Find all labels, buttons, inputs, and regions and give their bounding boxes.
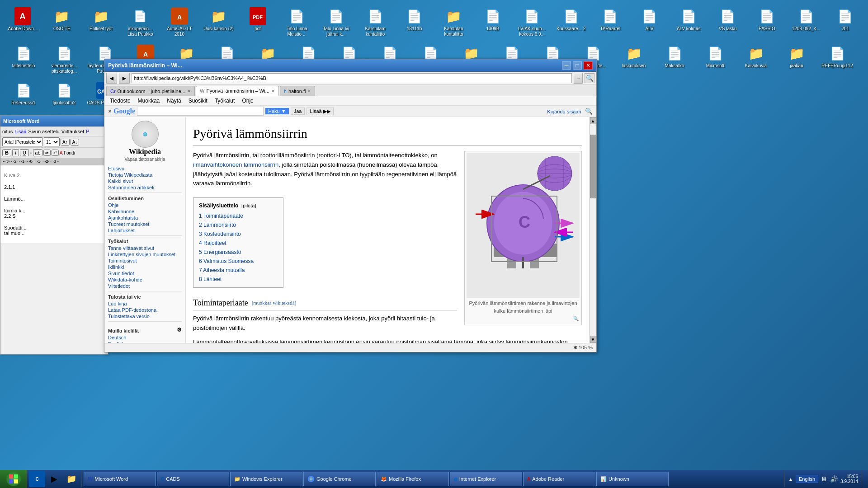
desktop-icon-pdf[interactable]: PDF pdf xyxy=(239,5,277,39)
toc-item-7[interactable]: 7 Aiheesta muualla xyxy=(199,266,278,275)
google-more-btn[interactable]: Lisää ▶▶ xyxy=(307,108,333,115)
show-desktop-btn[interactable] xyxy=(861,471,864,487)
google-share-btn[interactable]: Jaa xyxy=(291,108,305,115)
browser-maximize-btn[interactable]: □ xyxy=(573,61,582,70)
taskbar-program-cads[interactable]: C CADS xyxy=(157,472,229,486)
wiki-link-toimintosivut[interactable]: Toimintosivut xyxy=(108,258,182,264)
tab-wikipedia-close[interactable]: ✕ xyxy=(271,89,275,94)
font-grow-btn[interactable]: A↑ xyxy=(61,139,70,145)
tab-halton[interactable]: h halton.fi ✕ xyxy=(280,86,316,96)
desktop-icon-lviak[interactable]: 📄 LVIAK-suun... kokous 6.9... xyxy=(513,5,551,39)
desktop-icon-viemareide[interactable]: 📄 viemäreide... pitskatalog... xyxy=(44,42,84,76)
systray-hide-btn[interactable]: ▲ xyxy=(788,477,793,482)
taskbar-program-unknown[interactable]: 📊 Unknown xyxy=(596,472,669,486)
wiki-link-tuoreet[interactable]: Tuoreet muutokset xyxy=(108,221,182,227)
menu-ohje[interactable]: Ohje xyxy=(238,96,257,105)
desktop-icon-kaivokuvia[interactable]: 📁 Kaivokuvia xyxy=(736,42,776,76)
desktop-icon-talo-linna2[interactable]: 📄 Talo Linna lvi jäähal k... xyxy=(317,5,355,39)
wiki-link-deutsch[interactable]: Deutsch xyxy=(108,334,182,341)
subscript-btn[interactable]: x₂ xyxy=(43,150,51,156)
volume-icon[interactable]: 🔊 xyxy=(830,475,838,483)
desktop-icon-ljnulosotto[interactable]: 📄 ljnulosotto2 xyxy=(44,80,84,113)
superscript-btn[interactable]: x² xyxy=(52,150,59,156)
desktop-icon-kansio2[interactable]: 📁 Uusi kansio (2) xyxy=(199,5,238,39)
italic-btn[interactable]: I xyxy=(12,149,19,156)
wiki-link-ajankohtaista[interactable]: Ajankohtaista xyxy=(108,215,182,221)
wiki-link-linkitettyjen[interactable]: Linkitettyjen sivujen muutokset xyxy=(108,251,182,258)
wiki-link-ohje[interactable]: Ohje xyxy=(108,202,182,208)
desktop-icon-taarrel[interactable]: 📄 TARaarrel xyxy=(591,5,630,39)
wiki-link-ikilinkki[interactable]: Ikilinkki xyxy=(108,264,182,270)
desktop-icon-erilliset[interactable]: 📁 Erilliset työt xyxy=(82,5,120,39)
menu-nayta[interactable]: Näytä xyxy=(163,96,184,105)
taskbar-program-word[interactable]: W Microsoft Word xyxy=(84,472,156,486)
scroll-down-btn[interactable]: ▼ xyxy=(590,336,596,343)
desktop-icon-microsoft[interactable]: 📄 Microsoft xyxy=(695,42,735,76)
tab-outlook[interactable]: Cr Outlook.com – juho.pietilaine... ✕ xyxy=(106,86,195,96)
desktop-icon-osoite[interactable]: 📁 OSOITE xyxy=(43,5,81,39)
desktop-icon-alv-kolmas[interactable]: 📄 ALV kolmas xyxy=(670,5,708,39)
google-search-btn[interactable]: Haku ▼ xyxy=(265,108,289,114)
taskbar-clock[interactable]: 15:06 3.9.2014 xyxy=(840,474,858,484)
bold-btn[interactable]: B xyxy=(2,149,11,156)
underline-btn[interactable]: U xyxy=(20,149,29,156)
taskbar-icon-media[interactable]: ▶ xyxy=(46,471,62,487)
word-document-area[interactable]: Kuva 2. 2.1.1 Lämmö... toimia k... 2.2 S… xyxy=(0,165,108,243)
wiki-link-tulostettava[interactable]: Tulostettava versio xyxy=(108,313,182,319)
taskbar-program-pdf[interactable]: A Adobe Reader xyxy=(523,472,595,486)
size-selector[interactable]: 11 xyxy=(44,137,60,146)
scroll-up-btn[interactable]: ▲ xyxy=(590,117,596,124)
wiki-link-wikidata[interactable]: Wikidata-kohde xyxy=(108,277,182,283)
wiki-link-kahvihuone[interactable]: Kahvihuone xyxy=(108,208,182,215)
wiki-link-kaikki[interactable]: Kaikki sivut xyxy=(108,178,182,184)
desktop-icon-maksatko[interactable]: 📄 Maksatko xyxy=(655,42,694,76)
menu-muokkaa[interactable]: Muokkaa xyxy=(134,96,164,105)
desktop-icon-karstulan[interactable]: 📁 Karstulan kuntaliitto xyxy=(434,5,473,39)
browser-close-btn[interactable]: ✕ xyxy=(584,61,593,70)
taskbar-program-chrome[interactable]: Google Chrome xyxy=(303,472,376,486)
toc-pilot-link[interactable]: [pilota] xyxy=(241,203,256,208)
desktop-icon-adobe[interactable]: A Adobe Down... xyxy=(4,5,42,39)
toc-item-8[interactable]: 8 Lähteet xyxy=(199,275,278,284)
signin-link[interactable]: Kirjaudu sisään xyxy=(547,109,581,114)
language-indicator[interactable]: English xyxy=(796,475,818,483)
taskbar-icon-cads[interactable]: C xyxy=(29,471,45,487)
desktop-icon-jaakari[interactable]: 📁 jääkäri xyxy=(777,42,816,76)
network-icon[interactable]: 🖥 xyxy=(821,475,827,483)
taskbar-icon-explorer[interactable]: 📁 xyxy=(63,471,80,487)
wiki-link-lahjoitukset[interactable]: Lahjoitukset xyxy=(108,227,182,234)
wiki-link-luokirja[interactable]: Luo kirja xyxy=(108,300,182,307)
taskbar-program-ie[interactable]: e Internet Explorer xyxy=(450,472,522,486)
desktop-icon-kuussaare[interactable]: 📄 Kuussaare... 2 xyxy=(552,5,590,39)
font-shrink-btn[interactable]: A↓ xyxy=(71,139,80,145)
menu-suosikit[interactable]: Suosikit xyxy=(185,96,211,105)
wiki-link-satunnainen[interactable]: Satunnainen artikkeli xyxy=(108,184,182,191)
desktop-icon-vs-lasku[interactable]: 📄 VS lasku xyxy=(709,5,747,39)
desktop-icon-1208[interactable]: 📄 1208-092_K... xyxy=(787,5,826,39)
desktop-icon-referenssi[interactable]: 📄 Referenssi1 xyxy=(4,80,43,113)
google-search-input[interactable] xyxy=(137,107,264,116)
desktop-icon-alv[interactable]: 📄 ALV xyxy=(630,5,669,39)
desktop-icon-referuugi[interactable]: 📄 REFERuugi112 xyxy=(817,42,857,76)
wiki-link-sivuntiedot[interactable]: Sivun tiedot xyxy=(108,270,182,277)
wiki-link-ilmanvaihtokoneen[interactable]: ilmanvaihtokoneen lämmönsiirrin xyxy=(193,161,278,168)
toc-item-4[interactable]: 4 Rajoitteet xyxy=(199,239,278,248)
wiki-link-viitetiedot[interactable]: Viitetiedot xyxy=(108,283,182,289)
scroll-thumb[interactable] xyxy=(590,135,596,198)
wiki-link-viittaavat[interactable]: Tanne viittaavat sivut xyxy=(108,245,182,251)
search-glass-icon[interactable]: 🔍 xyxy=(585,73,594,83)
wiki-link-pdf[interactable]: Lataa PDF-tiedostona xyxy=(108,307,182,313)
toc-item-6[interactable]: 6 Valmistus Suomessa xyxy=(199,257,278,266)
toc-item-2[interactable]: 2 Lämmönsiirto xyxy=(199,221,278,230)
gear-icon[interactable]: ⚙ xyxy=(177,327,182,333)
go-button[interactable]: → xyxy=(574,73,583,84)
toc-item-3[interactable]: 3 Kosteudensiirto xyxy=(199,230,278,239)
address-bar[interactable] xyxy=(132,73,572,83)
forward-button[interactable]: ► xyxy=(119,73,130,84)
taskbar-program-firefox[interactable]: 🦊 Mozilla Firefox xyxy=(377,472,449,486)
desktop-icon-talo-linna[interactable]: 📄 Talo Linna Muistio ... xyxy=(278,5,316,39)
section1-edit-link[interactable]: [muokkaa wikitekstiä] xyxy=(252,299,297,307)
desktop-icon-1309b[interactable]: 📄 1309B xyxy=(474,5,512,39)
browser-minimize-btn[interactable]: ─ xyxy=(562,61,571,70)
menu-tyokalut[interactable]: Työkalut xyxy=(211,96,239,105)
